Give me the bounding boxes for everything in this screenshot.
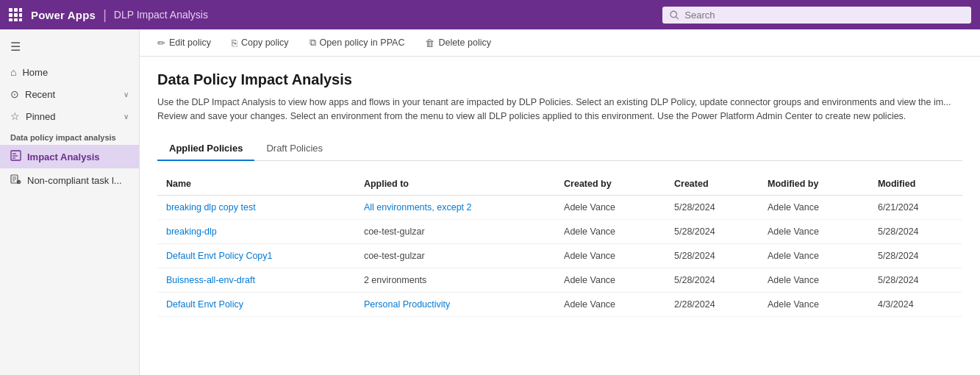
svg-rect-4 — [14, 13, 18, 17]
sidebar-pinned-label: Pinned — [26, 111, 55, 122]
row-created: 2/28/2024 — [665, 292, 759, 316]
copy-policy-label: Copy policy — [241, 38, 289, 48]
sidebar-item-recent[interactable]: ⊙ Recent ∨ — [0, 83, 139, 105]
sidebar-noncompliant-label: Non-compliant task l... — [27, 175, 122, 186]
sidebar: ☰ ⌂ Home ⊙ Recent ∨ ☆ Pinned ∨ Data poli… — [0, 29, 140, 375]
delete-policy-label: Delete policy — [438, 38, 491, 48]
app-title: Power Apps — [31, 9, 96, 21]
row-name[interactable]: Buisness-all-env-draft — [157, 268, 355, 292]
sidebar-home-label: Home — [22, 67, 48, 78]
svg-rect-3 — [9, 13, 12, 17]
policies-table: Name Applied to Created by Created Modif… — [157, 173, 962, 317]
row-created-by: Adele Vance — [555, 243, 665, 268]
main-content: ✏ Edit policy ⎘ Copy policy ⧉ Open polic… — [140, 29, 980, 375]
sidebar-impact-label: Impact Analysis — [27, 151, 100, 162]
page-description: Use the DLP Impact Analysis to view how … — [157, 96, 962, 124]
search-icon — [670, 10, 679, 20]
row-modified-by: Adele Vance — [759, 195, 869, 219]
row-modified-by: Adele Vance — [759, 292, 869, 316]
svg-rect-8 — [19, 18, 22, 21]
row-modified: 5/28/2024 — [869, 243, 962, 268]
open-icon: ⧉ — [310, 37, 316, 49]
row-created-by: Adele Vance — [555, 195, 665, 219]
row-name[interactable]: breaking dlp copy test — [157, 195, 355, 219]
row-applied-to: coe-test-gulzar — [355, 219, 555, 243]
row-name[interactable]: breaking-dlp — [157, 219, 355, 243]
row-name[interactable]: Default Envt Policy Copy1 — [157, 243, 355, 268]
row-modified: 5/28/2024 — [869, 268, 962, 292]
row-applied-to[interactable]: Personal Productivity — [355, 292, 555, 316]
waffle-icon[interactable] — [9, 8, 22, 21]
policies-table-container: Name Applied to Created by Created Modif… — [157, 173, 962, 317]
row-applied-to: 2 environments — [355, 268, 555, 292]
svg-rect-6 — [9, 18, 12, 21]
svg-rect-1 — [14, 8, 18, 12]
row-created: 5/28/2024 — [665, 219, 759, 243]
sidebar-item-home[interactable]: ⌂ Home — [0, 61, 139, 83]
col-name: Name — [157, 173, 355, 196]
row-modified-by: Adele Vance — [759, 219, 869, 243]
row-created: 5/28/2024 — [665, 268, 759, 292]
table-header-row: Name Applied to Created by Created Modif… — [157, 173, 962, 196]
search-box[interactable] — [662, 7, 971, 24]
row-created-by: Adele Vance — [555, 292, 665, 316]
table-row: breaking-dlp coe-test-gulzar Adele Vance… — [157, 219, 962, 243]
copy-policy-button[interactable]: ⎘ Copy policy — [229, 36, 292, 50]
row-applied-to: coe-test-gulzar — [355, 243, 555, 268]
row-modified: 5/28/2024 — [869, 219, 962, 243]
open-ppac-label: Open policy in PPAC — [320, 38, 405, 48]
sidebar-item-pinned[interactable]: ☆ Pinned ∨ — [0, 105, 139, 127]
row-modified-by: Adele Vance — [759, 268, 869, 292]
svg-line-10 — [676, 16, 679, 18]
edit-policy-label: Edit policy — [169, 38, 211, 48]
edit-icon: ✏ — [157, 38, 165, 49]
recent-chevron-icon: ∨ — [124, 90, 129, 99]
sidebar-item-noncompliant[interactable]: ✓ Non-compliant task l... — [0, 168, 139, 192]
row-applied-to[interactable]: All environments, except 2 — [355, 195, 555, 219]
table-row: breaking dlp copy test All environments,… — [157, 195, 962, 219]
tab-applied-policies[interactable]: Applied Policies — [157, 137, 254, 161]
col-modified: Modified — [869, 173, 962, 196]
row-created: 5/28/2024 — [665, 195, 759, 219]
table-row: Default Envt Policy Copy1 coe-test-gulza… — [157, 243, 962, 268]
copy-icon: ⎘ — [232, 38, 237, 49]
table-body: breaking dlp copy test All environments,… — [157, 195, 962, 316]
row-created-by: Adele Vance — [555, 219, 665, 243]
row-modified: 6/21/2024 — [869, 195, 962, 219]
table-row: Buisness-all-env-draft 2 environments Ad… — [157, 268, 962, 292]
open-policy-ppac-button[interactable]: ⧉ Open policy in PPAC — [307, 35, 408, 50]
noncompliant-icon: ✓ — [10, 174, 21, 187]
col-modified-by: Modified by — [759, 173, 869, 196]
sidebar-section-label: Data policy impact analysis — [0, 127, 139, 145]
page-title: Data Policy Impact Analysis — [157, 71, 962, 88]
home-icon: ⌂ — [10, 66, 16, 78]
delete-policy-button[interactable]: 🗑 Delete policy — [422, 36, 494, 50]
edit-policy-button[interactable]: ✏ Edit policy — [154, 36, 214, 50]
svg-rect-7 — [14, 18, 18, 21]
row-modified: 4/3/2024 — [869, 292, 962, 316]
sidebar-item-impact-analysis[interactable]: Impact Analysis — [0, 145, 139, 168]
tab-draft-policies[interactable]: Draft Policies — [254, 137, 335, 161]
tabs-bar: Applied Policies Draft Policies — [157, 137, 962, 161]
svg-rect-2 — [19, 8, 22, 12]
toolbar: ✏ Edit policy ⎘ Copy policy ⧉ Open polic… — [140, 29, 980, 57]
table-row: Default Envt Policy Personal Productivit… — [157, 292, 962, 316]
top-nav: Power Apps | DLP Impact Analysis — [0, 0, 980, 29]
content-body: Data Policy Impact Analysis Use the DLP … — [140, 57, 980, 375]
delete-icon: 🗑 — [425, 38, 434, 49]
svg-rect-0 — [9, 8, 12, 12]
search-input[interactable] — [684, 10, 964, 21]
col-applied-to: Applied to — [355, 173, 555, 196]
pin-icon: ☆ — [10, 110, 20, 122]
row-created-by: Adele Vance — [555, 268, 665, 292]
layout: ☰ ⌂ Home ⊙ Recent ∨ ☆ Pinned ∨ Data poli… — [0, 29, 980, 375]
row-name[interactable]: Default Envt Policy — [157, 292, 355, 316]
page-header: Data Policy Impact Analysis Use the DLP … — [157, 71, 962, 124]
hamburger-button[interactable]: ☰ — [0, 35, 139, 61]
row-created: 5/28/2024 — [665, 243, 759, 268]
nav-page-title: DLP Impact Analysis — [114, 9, 208, 21]
svg-text:✓: ✓ — [18, 180, 21, 184]
sidebar-recent-label: Recent — [25, 89, 55, 100]
nav-separator: | — [103, 7, 107, 23]
pinned-chevron-icon: ∨ — [124, 113, 129, 121]
